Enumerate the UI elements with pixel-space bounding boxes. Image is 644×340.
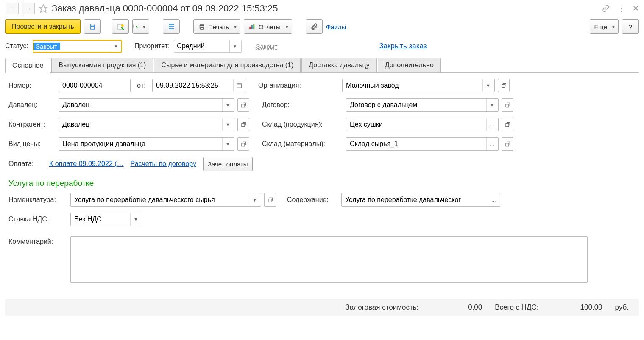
warehouse-mat-input[interactable]: …: [346, 137, 499, 151]
nomenclature-label: Номенклатура:: [8, 196, 67, 204]
print-button[interactable]: Печать ▼: [193, 19, 240, 34]
svg-rect-1: [91, 24, 94, 26]
total-vat-value: 100,00: [552, 303, 602, 312]
more-button[interactable]: Еще ▼: [590, 19, 619, 34]
tab-products[interactable]: Выпускаемая продукция (1): [51, 58, 153, 72]
svg-point-4: [121, 24, 123, 27]
offset-payment-button[interactable]: Зачет оплаты: [203, 157, 253, 171]
price-type-input[interactable]: ▼: [59, 137, 234, 151]
chevron-down-icon[interactable]: ▼: [229, 40, 240, 52]
tab-additional[interactable]: Дополнительно: [378, 58, 441, 72]
date-input[interactable]: [152, 79, 245, 92]
chevron-down-icon[interactable]: ▼: [482, 79, 493, 92]
priority-label: Приоритет:: [134, 42, 170, 50]
open-icon[interactable]: [237, 137, 249, 151]
open-icon[interactable]: [502, 137, 513, 151]
content-label: Содержание:: [287, 196, 338, 204]
org-label: Организация:: [258, 82, 339, 89]
chevron-down-icon: ▼: [142, 25, 146, 29]
chevron-down-icon[interactable]: ▼: [222, 138, 233, 150]
open-icon[interactable]: [502, 118, 513, 131]
status-select[interactable]: Закрыт ▼: [33, 40, 122, 53]
post-button[interactable]: [112, 19, 129, 34]
chevron-down-icon: ▼: [611, 25, 616, 29]
chevron-down-icon[interactable]: ▼: [222, 99, 233, 111]
chevron-down-icon[interactable]: ▼: [249, 193, 260, 206]
contract-label: Договор:: [262, 101, 343, 109]
number-input[interactable]: [59, 79, 131, 92]
ellipsis-icon[interactable]: …: [488, 193, 499, 206]
close-icon[interactable]: ✕: [633, 4, 639, 13]
org-input[interactable]: ▼: [342, 79, 495, 92]
content-input[interactable]: …: [341, 193, 500, 207]
post-and-close-button[interactable]: Провести и закрыть: [5, 19, 81, 34]
close-order-link[interactable]: Закрыть заказ: [379, 42, 427, 50]
warehouse-prod-input[interactable]: …: [346, 118, 499, 131]
deposit-value: 0,00: [431, 303, 482, 312]
kebab-menu-icon[interactable]: ⋮: [617, 4, 625, 13]
currency-label: руб.: [615, 303, 629, 312]
priority-select[interactable]: ▼: [174, 40, 242, 53]
chevron-down-icon[interactable]: ▼: [222, 118, 233, 131]
svg-rect-8: [169, 28, 174, 29]
attach-button[interactable]: [306, 19, 323, 34]
calendar-icon[interactable]: [233, 79, 244, 92]
vat-select[interactable]: ▼: [70, 213, 142, 226]
svg-rect-12: [249, 27, 251, 29]
tab-main[interactable]: Основное: [5, 58, 50, 73]
link-icon[interactable]: [602, 5, 610, 12]
svg-rect-15: [237, 84, 241, 88]
nav-back-button[interactable]: ←: [6, 3, 19, 14]
svg-rect-11: [201, 28, 203, 30]
service-section-title: Услуга по переработке: [8, 179, 636, 188]
svg-rect-24: [242, 143, 245, 146]
svg-rect-26: [268, 199, 271, 202]
open-icon[interactable]: [264, 193, 276, 207]
payment-link[interactable]: К оплате 09.09.2022 (…: [49, 160, 124, 168]
counterparty-input[interactable]: ▼: [59, 118, 234, 131]
settlements-link[interactable]: Расчеты по договору: [131, 160, 196, 168]
chevron-down-icon[interactable]: ▼: [486, 99, 497, 111]
from-label: от:: [134, 82, 149, 89]
open-icon[interactable]: [498, 79, 510, 92]
open-icon[interactable]: [237, 118, 249, 131]
tab-materials[interactable]: Сырье и материалы для производства (1): [154, 58, 301, 72]
chevron-down-icon[interactable]: ▼: [130, 213, 141, 226]
create-based-on-button[interactable]: ▼: [132, 19, 149, 34]
ellipsis-icon[interactable]: …: [486, 118, 497, 131]
svg-rect-2: [91, 27, 94, 29]
svg-marker-0: [39, 5, 47, 12]
chevron-down-icon[interactable]: ▼: [111, 41, 121, 52]
ellipsis-icon[interactable]: …: [486, 138, 497, 150]
nomenclature-input[interactable]: ▼: [70, 193, 261, 207]
svg-rect-10: [201, 24, 203, 26]
save-button[interactable]: [84, 19, 101, 34]
svg-rect-7: [169, 26, 174, 27]
tab-delivery[interactable]: Доставка давальцу: [301, 58, 376, 72]
svg-rect-25: [506, 143, 509, 146]
giver-label: Давалец:: [8, 101, 55, 109]
chevron-down-icon: ▼: [233, 25, 237, 29]
closed-hint[interactable]: Закрыт: [256, 43, 277, 50]
contract-input[interactable]: ▼: [346, 98, 499, 112]
chevron-down-icon: ▼: [285, 25, 289, 29]
svg-rect-22: [242, 124, 245, 127]
reports-button[interactable]: Отчеты ▼: [244, 19, 292, 34]
comment-textarea[interactable]: [70, 236, 588, 283]
svg-rect-14: [253, 24, 254, 29]
total-vat-label: Всего с НДС:: [495, 303, 538, 312]
warehouse-mat-label: Склад (материалы):: [262, 140, 343, 148]
svg-rect-5: [133, 25, 136, 28]
favorite-star-icon[interactable]: [38, 3, 48, 14]
svg-rect-6: [169, 24, 174, 25]
warehouse-prod-label: Склад (продукция):: [262, 121, 343, 128]
help-button[interactable]: ?: [622, 19, 639, 34]
open-icon[interactable]: [237, 98, 249, 112]
structure-button[interactable]: [163, 19, 180, 34]
nav-forward-button[interactable]: →: [22, 3, 35, 14]
giver-input[interactable]: ▼: [59, 98, 234, 112]
open-icon[interactable]: [502, 98, 513, 112]
vat-label: Ставка НДС:: [8, 216, 67, 223]
files-link[interactable]: Файлы: [326, 23, 346, 30]
number-label: Номер:: [8, 82, 55, 89]
